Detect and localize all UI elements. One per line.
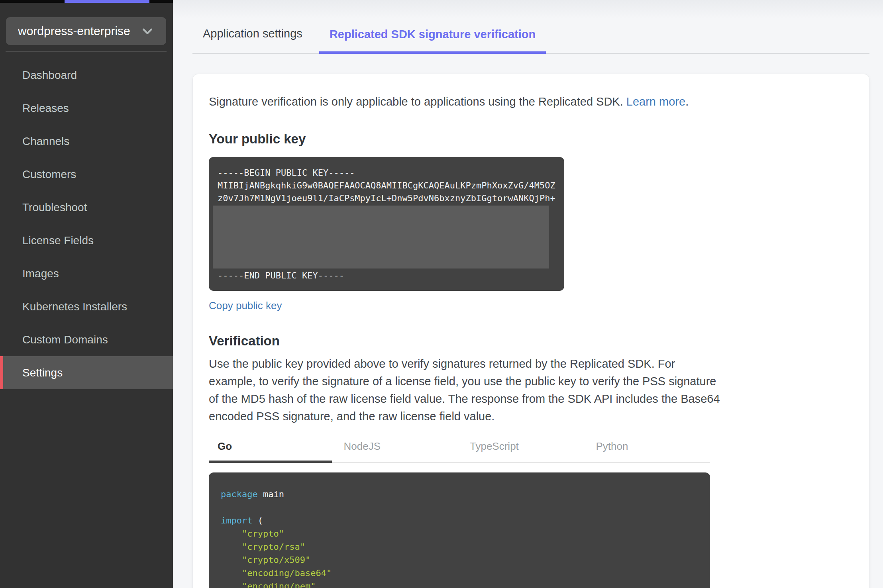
code-line: "crypto/rsa"	[221, 540, 698, 553]
learn-more-link[interactable]: Learn more	[626, 95, 685, 108]
sidebar-item-dashboard[interactable]: Dashboard	[0, 59, 173, 92]
app-selector-dropdown[interactable]: wordpress-enterprise	[6, 17, 166, 45]
sidebar-item-license-fields[interactable]: License Fields	[0, 224, 173, 257]
code-string: "crypto/x509"	[221, 555, 310, 565]
app-selector-label: wordpress-enterprise	[18, 24, 130, 38]
language-tab-typescript[interactable]: TypeScript	[458, 435, 584, 463]
public-key-block: -----BEGIN PUBLIC KEY----- MIIBIjANBgkqh…	[209, 157, 564, 291]
sidebar-nav: Dashboard Releases Channels Customers Tr…	[0, 59, 173, 389]
code-string: "crypto/rsa"	[221, 542, 305, 552]
public-key-line: -----END PUBLIC KEY-----	[218, 269, 555, 282]
language-tab-nodejs[interactable]: NodeJS	[332, 435, 458, 463]
code-line	[221, 501, 698, 514]
public-key-line: MIIBIjANBgkqhkiG9w0BAQEFAAOCAQ8AMIIBCgKC…	[218, 179, 555, 192]
code-line: import (	[221, 514, 698, 527]
code-line: package main	[221, 488, 698, 501]
go-code-block: package main import ( "crypto" "crypto/r…	[209, 472, 710, 588]
intro-text-after: .	[685, 95, 689, 108]
sidebar-item-settings[interactable]: Settings	[0, 356, 173, 389]
code-line: "encoding/base64"	[221, 566, 698, 580]
settings-tab-bar: Application settings Replicated SDK sign…	[192, 18, 869, 54]
public-key-redacted-area	[213, 206, 549, 269]
code-text: (	[252, 515, 263, 525]
signature-verification-card: Signature verification is only applicabl…	[192, 74, 869, 588]
tab-application-settings[interactable]: Application settings	[192, 18, 313, 53]
verification-heading: Verification	[209, 333, 853, 349]
intro-text: Signature verification is only applicabl…	[209, 93, 853, 110]
sidebar-item-kubernetes-installers[interactable]: Kubernetes Installers	[0, 290, 173, 323]
language-tab-python[interactable]: Python	[584, 435, 710, 463]
sidebar-item-images[interactable]: Images	[0, 257, 173, 290]
code-line: "crypto"	[221, 527, 698, 540]
code-text: main	[258, 489, 284, 499]
public-key-heading: Your public key	[209, 131, 853, 147]
language-tab-go[interactable]: Go	[209, 435, 332, 463]
code-keyword: package	[221, 489, 258, 499]
main-content: Application settings Replicated SDK sign…	[173, 0, 883, 588]
sidebar-divider	[6, 51, 167, 52]
sidebar-item-customers[interactable]: Customers	[0, 158, 173, 191]
sidebar-item-custom-domains[interactable]: Custom Domains	[0, 323, 173, 356]
public-key-line: z0v7Jh7M1NgV1joeu9l1/IaCPsMpyIcL+Dnw5Pdv…	[218, 192, 555, 205]
public-key-line: -----BEGIN PUBLIC KEY-----	[218, 167, 555, 179]
active-item-accent-bar	[0, 356, 3, 389]
top-strip	[0, 0, 173, 3]
chevron-down-icon	[141, 24, 154, 38]
code-string: "encoding/base64"	[221, 568, 332, 578]
intro-text-before: Signature verification is only applicabl…	[209, 95, 626, 108]
sidebar-item-channels[interactable]: Channels	[0, 125, 173, 158]
code-keyword: import	[221, 515, 252, 525]
sidebar-item-troubleshoot[interactable]: Troubleshoot	[0, 191, 173, 224]
sidebar-item-releases[interactable]: Releases	[0, 92, 173, 125]
code-string: "crypto"	[221, 529, 284, 539]
code-string: "encoding/pem"	[221, 581, 316, 588]
code-line: "crypto/x509"	[221, 553, 698, 566]
sidebar: wordpress-enterprise Dashboard Releases …	[0, 0, 173, 588]
copy-public-key-link[interactable]: Copy public key	[209, 300, 282, 312]
verification-description: Use the public key provided above to ver…	[209, 355, 724, 425]
sidebar-item-label: Settings	[22, 367, 63, 379]
tab-replicated-sdk-signature-verification[interactable]: Replicated SDK signature verification	[319, 18, 546, 54]
top-strip-accent	[65, 0, 149, 3]
code-line: "encoding/pem"	[221, 580, 698, 588]
language-tab-bar: Go NodeJS TypeScript Python	[209, 435, 710, 463]
